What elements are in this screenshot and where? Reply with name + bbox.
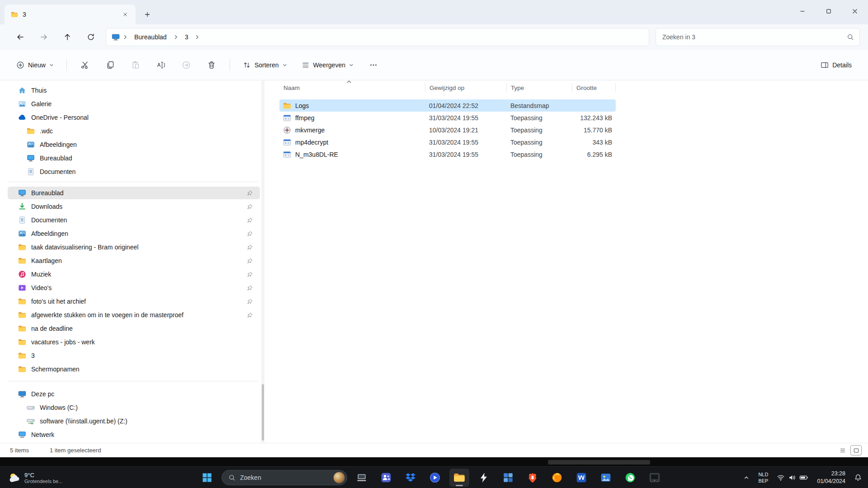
rename-button[interactable] bbox=[150, 56, 172, 75]
maximize-button[interactable] bbox=[816, 0, 842, 23]
sidebar-item-muziek[interactable]: Muziek bbox=[8, 268, 260, 281]
sidebar-item-bureaublad-onedrive[interactable]: Bureaublad bbox=[8, 152, 260, 164]
close-button[interactable] bbox=[842, 0, 868, 23]
sidebar-item-label: software (\\install.ugent.be) (Z:) bbox=[40, 418, 127, 425]
sidebar-item-fotos-archief[interactable]: foto's uit het archief bbox=[8, 295, 260, 308]
details-pane-button[interactable]: Details bbox=[815, 56, 857, 75]
sidebar-item-deze-pc[interactable]: Deze pc bbox=[8, 388, 260, 400]
chevron-right-icon[interactable] bbox=[122, 34, 129, 40]
sidebar-item-documenten-onedrive[interactable]: Documenten bbox=[8, 165, 260, 178]
volume-icon bbox=[788, 474, 796, 482]
taskbar-app-laptop[interactable] bbox=[352, 469, 372, 487]
new-tab-button[interactable] bbox=[139, 6, 156, 23]
notifications-button[interactable] bbox=[853, 469, 863, 487]
weather-widget[interactable]: 9°C Grotendeels be... bbox=[4, 467, 66, 488]
explorer-tab[interactable]: 3 bbox=[5, 5, 136, 24]
breadcrumb-item-bureaublad[interactable]: Bureaublad bbox=[131, 32, 170, 42]
share-button[interactable] bbox=[175, 56, 197, 75]
taskbar-app-brave[interactable] bbox=[523, 469, 542, 487]
taskbar-app-media-player[interactable] bbox=[425, 469, 445, 487]
view-button-label: Weergeven bbox=[313, 61, 345, 69]
sidebar-item-downloads[interactable]: Downloads bbox=[8, 200, 260, 213]
details-view-button[interactable] bbox=[837, 445, 848, 455]
sidebar-item-afbeeldingen[interactable]: Afbeeldingen bbox=[8, 227, 260, 240]
taskbar-app-word[interactable] bbox=[571, 469, 591, 487]
cut-button[interactable] bbox=[74, 56, 96, 75]
column-header-grootte[interactable]: Grootte bbox=[572, 83, 616, 92]
taskbar-app-teams[interactable] bbox=[376, 469, 396, 487]
search-box[interactable] bbox=[656, 28, 860, 46]
folder-icon bbox=[18, 243, 26, 251]
forward-button[interactable] bbox=[35, 28, 52, 46]
sidebar-item-taak-datavisualisering[interactable]: taak datavisualisering - Bram origineel bbox=[8, 241, 260, 253]
sidebar-item-vacatures[interactable]: vacatures - jobs - werk bbox=[8, 336, 260, 348]
chevron-right-icon[interactable] bbox=[193, 34, 201, 40]
file-row-mkvmerge[interactable]: mkvmerge 10/03/2024 19:21 Toepassing 15.… bbox=[279, 124, 616, 136]
minimize-button[interactable] bbox=[789, 0, 816, 23]
copy-icon bbox=[106, 61, 115, 70]
file-row-logs[interactable]: Logs 01/04/2024 22:52 Bestandsmap bbox=[279, 99, 616, 112]
breadcrumb-item-3[interactable]: 3 bbox=[181, 32, 192, 42]
search-icon[interactable] bbox=[847, 33, 854, 41]
sidebar-item-schermopnamen[interactable]: Schermopnamen bbox=[8, 363, 260, 375]
sidebar-item-na-de-deadline[interactable]: na de deadline bbox=[8, 322, 260, 335]
sidebar-scrollbar[interactable] bbox=[261, 80, 264, 443]
taskbar-app-firefox[interactable] bbox=[547, 469, 567, 487]
taskbar-app-photos[interactable] bbox=[596, 469, 616, 487]
tab-close-button[interactable] bbox=[119, 9, 131, 20]
taskbar-app-dark[interactable] bbox=[645, 469, 665, 487]
sidebar-item-netwerk[interactable]: Netwerk bbox=[8, 428, 260, 441]
paste-button[interactable] bbox=[125, 56, 146, 75]
sidebar-item-kaartlagen[interactable]: Kaartlagen bbox=[8, 254, 260, 267]
sidebar-item-bureaublad[interactable]: Bureaublad bbox=[8, 187, 260, 199]
more-button[interactable] bbox=[363, 56, 384, 75]
column-header-gewijzigd-op[interactable]: Gewijzigd op bbox=[425, 83, 506, 92]
delete-button[interactable] bbox=[201, 56, 222, 75]
sidebar-item-afgewerkte-stukken[interactable]: afgewerkte stukken om in te voegen in de… bbox=[8, 309, 260, 321]
refresh-button[interactable] bbox=[82, 28, 99, 46]
new-button[interactable]: Nieuw bbox=[11, 56, 59, 75]
sidebar-item-thuis[interactable]: Thuis bbox=[8, 84, 260, 97]
copy-button[interactable] bbox=[99, 56, 121, 75]
taskbar-app-grid[interactable] bbox=[498, 469, 518, 487]
start-button[interactable] bbox=[197, 469, 217, 487]
taskbar-search[interactable]: Zoeken bbox=[222, 470, 347, 485]
file-row-ffmpeg[interactable]: ffmpeg 31/03/2024 19:55 Toepassing 132.2… bbox=[279, 112, 616, 124]
taskbar-app-whatsapp[interactable] bbox=[620, 469, 640, 487]
file-row-n-m3u8dl-re[interactable]: N_m3u8DL-RE 31/03/2024 19:55 Toepassing … bbox=[279, 148, 616, 160]
breadcrumb[interactable]: Bureaublad 3 bbox=[106, 28, 649, 46]
sidebar-item-galerie[interactable]: Galerie bbox=[8, 98, 260, 110]
sidebar-item-documenten[interactable]: Documenten bbox=[8, 214, 260, 226]
pin-icon bbox=[247, 190, 253, 196]
search-input[interactable] bbox=[662, 33, 847, 41]
taskbar-app-bolt[interactable] bbox=[474, 469, 494, 487]
large-icons-view-button[interactable] bbox=[850, 445, 862, 455]
scrollbar-thumb[interactable] bbox=[262, 384, 264, 441]
taskbar-app-dropbox[interactable] bbox=[401, 469, 420, 487]
chevron-right-icon[interactable] bbox=[172, 34, 179, 40]
sidebar-item-software-z[interactable]: software (\\install.ugent.be) (Z:) bbox=[8, 415, 260, 427]
sidebar-item-3[interactable]: 3 bbox=[8, 349, 260, 362]
column-header-naam[interactable]: Naam bbox=[279, 83, 425, 92]
back-button[interactable] bbox=[12, 28, 29, 46]
sidebar-item-label: Documenten bbox=[31, 216, 67, 224]
toolbar-separator bbox=[66, 59, 67, 71]
sidebar-item-afbeeldingen-onedrive[interactable]: Afbeeldingen bbox=[8, 138, 260, 151]
folder-icon bbox=[18, 257, 26, 265]
hidden-icons-button[interactable] bbox=[742, 469, 751, 487]
view-button[interactable]: Weergeven bbox=[296, 56, 359, 75]
sidebar-item-windows-c[interactable]: Windows (C:) bbox=[8, 401, 260, 414]
pin-icon bbox=[247, 217, 253, 223]
column-header-type[interactable]: Type bbox=[506, 83, 572, 92]
language-indicator[interactable]: NLD BEP bbox=[757, 469, 769, 487]
sidebar-item-label: afgewerkte stukken om in te voegen in de… bbox=[31, 311, 184, 319]
file-row-mp4decrypt[interactable]: mp4decrypt 31/03/2024 19:55 Toepassing 3… bbox=[279, 136, 616, 148]
sidebar-item-videos[interactable]: Video's bbox=[8, 282, 260, 294]
sidebar-item-onedrive[interactable]: OneDrive - Personal bbox=[8, 111, 260, 124]
taskbar-app-file-explorer[interactable] bbox=[449, 469, 469, 487]
clock[interactable]: 23:28 01/04/2024 bbox=[816, 469, 847, 487]
sidebar-item-wdc[interactable]: .wdc bbox=[8, 125, 260, 137]
network-volume-battery-button[interactable] bbox=[775, 469, 810, 487]
up-button[interactable] bbox=[59, 28, 76, 46]
sort-button[interactable]: Sorteren bbox=[237, 56, 292, 75]
